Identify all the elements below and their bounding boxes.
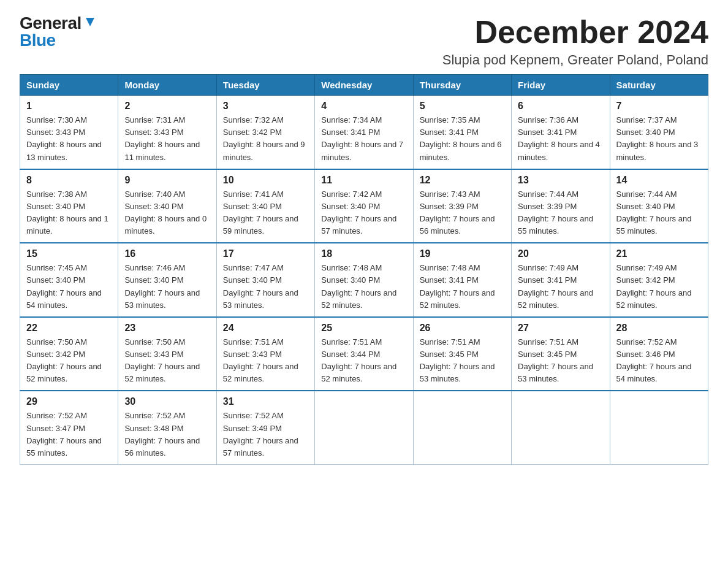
calendar-body: 1 Sunrise: 7:30 AMSunset: 3:43 PMDayligh…	[20, 96, 708, 465]
calendar-cell	[315, 391, 413, 464]
day-number: 9	[124, 175, 210, 186]
day-info: Sunrise: 7:52 AMSunset: 3:47 PMDaylight:…	[26, 411, 102, 457]
day-info: Sunrise: 7:37 AMSunset: 3:40 PMDaylight:…	[616, 115, 699, 161]
calendar-cell: 4 Sunrise: 7:34 AMSunset: 3:41 PMDayligh…	[315, 96, 413, 169]
logo-general: General	[20, 15, 82, 32]
day-info: Sunrise: 7:32 AMSunset: 3:42 PMDaylight:…	[223, 115, 305, 161]
calendar-cell: 23 Sunrise: 7:50 AMSunset: 3:43 PMDaylig…	[118, 317, 216, 391]
day-info: Sunrise: 7:52 AMSunset: 3:48 PMDaylight:…	[124, 411, 200, 457]
day-number: 25	[321, 323, 406, 334]
calendar-cell: 12 Sunrise: 7:43 AMSunset: 3:39 PMDaylig…	[413, 169, 511, 243]
day-number: 13	[518, 175, 603, 186]
day-info: Sunrise: 7:52 AMSunset: 3:49 PMDaylight:…	[223, 411, 298, 457]
day-info: Sunrise: 7:34 AMSunset: 3:41 PMDaylight:…	[321, 115, 403, 161]
calendar-cell: 3 Sunrise: 7:32 AMSunset: 3:42 PMDayligh…	[216, 96, 314, 169]
day-number: 19	[420, 248, 505, 259]
calendar-cell: 29 Sunrise: 7:52 AMSunset: 3:47 PMDaylig…	[20, 391, 118, 464]
day-info: Sunrise: 7:52 AMSunset: 3:46 PMDaylight:…	[616, 337, 692, 383]
header-wednesday: Wednesday	[315, 75, 413, 96]
day-number: 22	[26, 323, 112, 334]
calendar-cell: 28 Sunrise: 7:52 AMSunset: 3:46 PMDaylig…	[610, 317, 708, 391]
day-info: Sunrise: 7:49 AMSunset: 3:42 PMDaylight:…	[616, 263, 692, 309]
day-number: 2	[124, 101, 210, 112]
day-number: 16	[124, 248, 210, 259]
day-number: 29	[26, 396, 112, 407]
day-info: Sunrise: 7:45 AMSunset: 3:40 PMDaylight:…	[26, 263, 102, 309]
day-info: Sunrise: 7:38 AMSunset: 3:40 PMDaylight:…	[26, 190, 108, 236]
day-info: Sunrise: 7:50 AMSunset: 3:43 PMDaylight:…	[124, 337, 200, 383]
calendar-cell: 26 Sunrise: 7:51 AMSunset: 3:45 PMDaylig…	[413, 317, 511, 391]
day-info: Sunrise: 7:51 AMSunset: 3:44 PMDaylight:…	[321, 337, 396, 383]
calendar-cell: 22 Sunrise: 7:50 AMSunset: 3:42 PMDaylig…	[20, 317, 118, 391]
calendar-cell: 25 Sunrise: 7:51 AMSunset: 3:44 PMDaylig…	[315, 317, 413, 391]
calendar-cell: 2 Sunrise: 7:31 AMSunset: 3:43 PMDayligh…	[118, 96, 216, 169]
day-info: Sunrise: 7:51 AMSunset: 3:43 PMDaylight:…	[223, 337, 298, 383]
day-number: 24	[223, 323, 308, 334]
day-number: 23	[124, 323, 210, 334]
day-number: 3	[223, 101, 308, 112]
day-number: 8	[26, 175, 112, 186]
day-number: 21	[616, 248, 702, 259]
day-number: 4	[321, 101, 406, 112]
week-row-5: 29 Sunrise: 7:52 AMSunset: 3:47 PMDaylig…	[20, 391, 708, 464]
calendar-cell	[512, 391, 610, 464]
day-number: 12	[420, 175, 505, 186]
day-number: 5	[420, 101, 505, 112]
logo-blue: Blue	[20, 31, 56, 50]
calendar-title: December 2024	[442, 15, 708, 50]
header-saturday: Saturday	[610, 75, 708, 96]
header-friday: Friday	[512, 75, 610, 96]
calendar-cell: 17 Sunrise: 7:47 AMSunset: 3:40 PMDaylig…	[216, 243, 314, 317]
header-sunday: Sunday	[20, 75, 118, 96]
calendar-cell: 11 Sunrise: 7:42 AMSunset: 3:40 PMDaylig…	[315, 169, 413, 243]
logo: General Blue	[20, 15, 97, 49]
calendar-cell: 5 Sunrise: 7:35 AMSunset: 3:41 PMDayligh…	[413, 96, 511, 169]
calendar-cell: 16 Sunrise: 7:46 AMSunset: 3:40 PMDaylig…	[118, 243, 216, 317]
day-info: Sunrise: 7:51 AMSunset: 3:45 PMDaylight:…	[518, 337, 593, 383]
day-number: 6	[518, 101, 603, 112]
day-number: 28	[616, 323, 702, 334]
calendar-header: Sunday Monday Tuesday Wednesday Thursday…	[20, 75, 708, 96]
calendar-cell: 13 Sunrise: 7:44 AMSunset: 3:39 PMDaylig…	[512, 169, 610, 243]
day-number: 18	[321, 248, 406, 259]
day-number: 30	[124, 396, 210, 407]
calendar-cell	[610, 391, 708, 464]
day-info: Sunrise: 7:43 AMSunset: 3:39 PMDaylight:…	[420, 190, 495, 236]
day-info: Sunrise: 7:36 AMSunset: 3:41 PMDaylight:…	[518, 115, 600, 161]
day-info: Sunrise: 7:44 AMSunset: 3:39 PMDaylight:…	[518, 190, 593, 236]
svg-marker-0	[86, 18, 94, 26]
logo-triangle-icon	[83, 15, 97, 29]
day-number: 31	[223, 396, 308, 407]
day-info: Sunrise: 7:40 AMSunset: 3:40 PMDaylight:…	[124, 190, 207, 236]
calendar-cell	[413, 391, 511, 464]
day-number: 26	[420, 323, 505, 334]
header-monday: Monday	[118, 75, 216, 96]
page-header: General Blue December 2024 Slupia pod Ke…	[20, 15, 708, 68]
calendar-cell: 18 Sunrise: 7:48 AMSunset: 3:40 PMDaylig…	[315, 243, 413, 317]
calendar-cell: 14 Sunrise: 7:44 AMSunset: 3:40 PMDaylig…	[610, 169, 708, 243]
calendar-cell: 30 Sunrise: 7:52 AMSunset: 3:48 PMDaylig…	[118, 391, 216, 464]
week-row-2: 8 Sunrise: 7:38 AMSunset: 3:40 PMDayligh…	[20, 169, 708, 243]
calendar-cell: 21 Sunrise: 7:49 AMSunset: 3:42 PMDaylig…	[610, 243, 708, 317]
day-info: Sunrise: 7:49 AMSunset: 3:41 PMDaylight:…	[518, 263, 593, 309]
calendar-cell: 9 Sunrise: 7:40 AMSunset: 3:40 PMDayligh…	[118, 169, 216, 243]
calendar-cell: 10 Sunrise: 7:41 AMSunset: 3:40 PMDaylig…	[216, 169, 314, 243]
day-info: Sunrise: 7:41 AMSunset: 3:40 PMDaylight:…	[223, 190, 298, 236]
day-info: Sunrise: 7:47 AMSunset: 3:40 PMDaylight:…	[223, 263, 298, 309]
day-number: 10	[223, 175, 308, 186]
day-number: 20	[518, 248, 603, 259]
day-info: Sunrise: 7:44 AMSunset: 3:40 PMDaylight:…	[616, 190, 692, 236]
calendar-cell: 8 Sunrise: 7:38 AMSunset: 3:40 PMDayligh…	[20, 169, 118, 243]
calendar-cell: 1 Sunrise: 7:30 AMSunset: 3:43 PMDayligh…	[20, 96, 118, 169]
day-info: Sunrise: 7:42 AMSunset: 3:40 PMDaylight:…	[321, 190, 396, 236]
header-thursday: Thursday	[413, 75, 511, 96]
day-number: 17	[223, 248, 308, 259]
weekday-header-row: Sunday Monday Tuesday Wednesday Thursday…	[20, 75, 708, 96]
day-info: Sunrise: 7:31 AMSunset: 3:43 PMDaylight:…	[124, 115, 200, 161]
day-number: 27	[518, 323, 603, 334]
day-info: Sunrise: 7:48 AMSunset: 3:41 PMDaylight:…	[420, 263, 495, 309]
day-number: 11	[321, 175, 406, 186]
day-number: 14	[616, 175, 702, 186]
calendar-table: Sunday Monday Tuesday Wednesday Thursday…	[20, 74, 708, 465]
calendar-subtitle: Slupia pod Kepnem, Greater Poland, Polan…	[442, 52, 708, 68]
